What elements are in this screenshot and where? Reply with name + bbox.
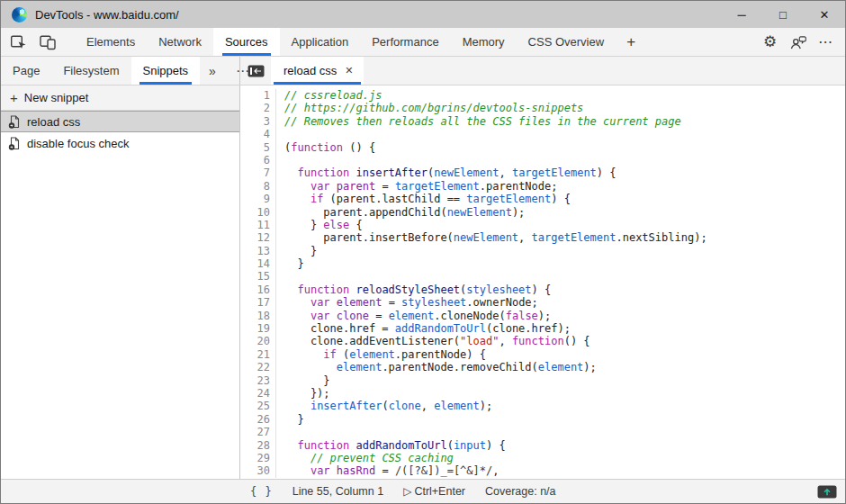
line-number[interactable]: 3: [240, 115, 276, 128]
code-token: [284, 180, 310, 193]
line-number[interactable]: 12: [240, 231, 276, 244]
code-text[interactable]: insertAfter(clone, element);: [276, 400, 492, 412]
settings-gear-icon[interactable]: ⚙: [756, 32, 784, 51]
line-number[interactable]: 29: [240, 452, 276, 464]
code-text[interactable]: // https://github.com/bgrins/devtools-sn…: [276, 102, 583, 114]
code-text[interactable]: var parent = targetElement.parentNode;: [276, 180, 558, 193]
line-number[interactable]: 4: [240, 128, 276, 140]
line-number[interactable]: 2: [240, 102, 276, 114]
line-number[interactable]: 16: [240, 284, 276, 296]
line-number[interactable]: 15: [240, 270, 276, 283]
toolbar-tab-sources[interactable]: Sources: [213, 28, 280, 56]
code-text[interactable]: element.parentNode.removeChild(element);: [276, 361, 597, 374]
line-number[interactable]: 21: [240, 348, 276, 361]
code-line: 15: [240, 270, 845, 283]
toolbar-tab-performance[interactable]: Performance: [360, 28, 450, 56]
line-number[interactable]: 8: [240, 180, 276, 193]
feedback-icon[interactable]: [784, 34, 812, 50]
navigator-tab-filesystem[interactable]: Filesystem: [51, 57, 130, 85]
line-number[interactable]: 14: [240, 257, 276, 270]
navigator-tab-page[interactable]: Page: [1, 57, 51, 85]
code-text[interactable]: var clone = element.cloneNode(false);: [276, 310, 551, 322]
code-text[interactable]: var element = stylesheet.ownerNode;: [276, 296, 538, 309]
code-token: [330, 180, 337, 193]
snippet-item-disable-focus-check[interactable]: disable focus check: [1, 132, 239, 154]
toolbar-tab-memory[interactable]: Memory: [451, 28, 517, 56]
code-text[interactable]: clone.addEventListener("load", function(…: [276, 335, 590, 347]
line-number[interactable]: 5: [240, 141, 276, 154]
line-number[interactable]: 10: [240, 206, 276, 219]
code-text[interactable]: // prevent CSS caching: [276, 452, 454, 464]
collapse-navigator-icon[interactable]: [240, 57, 271, 85]
code-token: =: [382, 296, 401, 309]
line-number[interactable]: 22: [240, 361, 276, 374]
toolbar-tab-network[interactable]: Network: [147, 28, 213, 56]
line-number[interactable]: 13: [240, 245, 276, 257]
line-number[interactable]: 11: [240, 219, 276, 231]
code-text[interactable]: if (element.parentNode) {: [276, 348, 486, 361]
line-number[interactable]: 28: [240, 439, 276, 452]
line-number[interactable]: 9: [240, 193, 276, 205]
code-token: parent: [337, 180, 375, 193]
device-toolbar-icon[interactable]: [33, 28, 62, 56]
code-text[interactable]: (function () {: [276, 141, 375, 154]
code-text[interactable]: function addRandomToUrl(input) {: [276, 439, 506, 452]
code-line: 23 }: [240, 374, 845, 387]
line-number[interactable]: 18: [240, 310, 276, 322]
code-editor[interactable]: 1// cssreload.js2// https://github.com/b…: [240, 86, 845, 479]
snippet-item-reload-css[interactable]: reload css: [1, 111, 239, 132]
line-number[interactable]: 17: [240, 296, 276, 309]
line-number[interactable]: 24: [240, 387, 276, 400]
line-number[interactable]: 7: [240, 166, 276, 179]
line-number[interactable]: 25: [240, 400, 276, 412]
code-token: element: [389, 310, 435, 322]
code-text[interactable]: parent.appendChild(newElement);: [276, 206, 525, 219]
line-number[interactable]: 23: [240, 374, 276, 387]
console-drawer-toggle-icon[interactable]: [817, 485, 845, 499]
add-panel-button[interactable]: +: [616, 28, 646, 56]
code-text[interactable]: parent.insertBefore(newElement, targetEl…: [276, 231, 707, 244]
code-token: [284, 296, 310, 309]
code-text[interactable]: if (parent.lastChild == targetElement) {: [276, 193, 571, 205]
minimize-button[interactable]: ─: [721, 1, 762, 28]
code-text[interactable]: }: [276, 257, 304, 270]
code-text[interactable]: clone.href = addRandomToUrl(clone.href);: [276, 322, 571, 335]
editor-tab-reload-css[interactable]: reload css ✕: [271, 57, 364, 85]
line-number[interactable]: 1: [240, 89, 276, 102]
tab-close-icon[interactable]: ✕: [345, 65, 353, 76]
pretty-print-button[interactable]: { }: [250, 485, 273, 498]
toolbar-tab-css-overview[interactable]: CSS Overview: [517, 28, 616, 56]
close-button[interactable]: ✕: [804, 1, 845, 28]
code-token: element: [538, 361, 584, 374]
line-number[interactable]: 6: [240, 154, 276, 166]
line-number[interactable]: 26: [240, 413, 276, 426]
code-text[interactable]: [276, 154, 284, 166]
line-number[interactable]: 20: [240, 335, 276, 347]
inspect-element-icon[interactable]: [4, 28, 33, 56]
line-number[interactable]: 30: [240, 464, 276, 477]
toolbar-tab-elements[interactable]: Elements: [75, 28, 147, 56]
code-text[interactable]: } else {: [276, 219, 363, 231]
navigator-tab-snippets[interactable]: Snippets: [131, 57, 201, 85]
toolbar-tab-application[interactable]: Application: [280, 28, 361, 56]
line-number[interactable]: 19: [240, 322, 276, 335]
code-line: 5(function () {: [240, 141, 845, 154]
code-text[interactable]: // Removes then reloads all the CSS file…: [276, 115, 681, 128]
code-text[interactable]: }: [276, 245, 317, 257]
more-options-icon[interactable]: ⋯: [812, 33, 840, 50]
code-text[interactable]: function reloadStyleSheet(stylesheet) {: [276, 284, 551, 296]
new-snippet-button[interactable]: + New snippet: [1, 86, 239, 111]
code-text[interactable]: var hasRnd = /([?&])_=[^&]*/,: [276, 464, 499, 477]
code-line: 25 insertAfter(clone, element);: [240, 400, 845, 412]
code-text[interactable]: }: [276, 374, 330, 387]
code-text[interactable]: [276, 270, 284, 283]
maximize-button[interactable]: □: [762, 1, 804, 28]
code-text[interactable]: [276, 426, 284, 438]
code-text[interactable]: [276, 128, 284, 140]
line-number[interactable]: 27: [240, 426, 276, 438]
code-text[interactable]: }: [276, 413, 304, 426]
code-text[interactable]: // cssreload.js: [276, 89, 382, 102]
code-text[interactable]: });: [276, 387, 330, 400]
code-text[interactable]: function insertAfter(newElement, targetE…: [276, 166, 616, 179]
more-tabs-chevron-icon[interactable]: »: [200, 64, 225, 78]
